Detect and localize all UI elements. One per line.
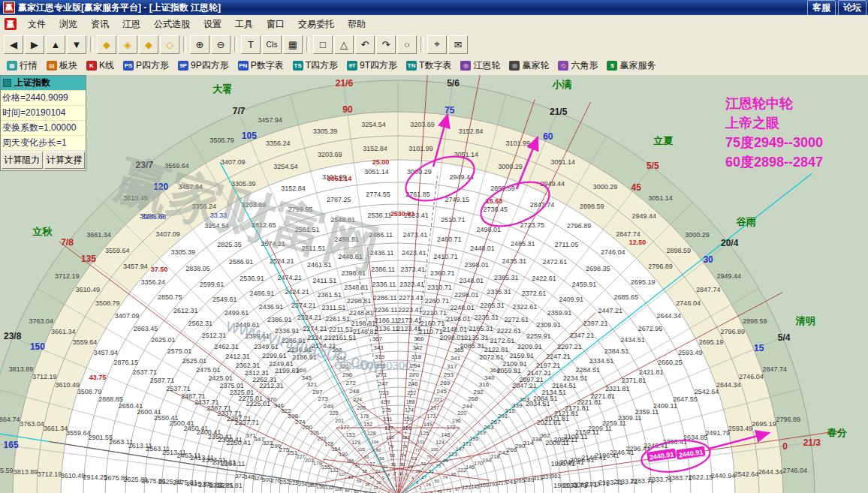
titlebar-button[interactable]: 客服 [807,0,836,16]
calc-button[interactable]: 计算支撑 [44,152,86,169]
svg-text:3051.14: 3051.14 [327,175,352,182]
chart-type-button[interactable]: ◎ 江恩轮 [457,58,504,74]
toolbar-button[interactable]: ◀ [4,35,23,54]
svg-text:97: 97 [455,487,460,491]
svg-text:276: 276 [271,477,282,484]
svg-text:34: 34 [369,475,375,479]
svg-text:2622.15: 2622.15 [689,473,713,481]
svg-text:132: 132 [325,485,334,490]
svg-text:2587.71: 2587.71 [150,377,175,384]
toolbar-button[interactable]: □ [313,35,333,54]
chart-type-button[interactable]: TS T四方形 [289,58,342,74]
chart-type-icon: PN [238,61,249,71]
chart-type-button[interactable]: 9P 9P四方形 [174,58,233,74]
chart-type-button[interactable]: ◇ 六角形 [554,58,601,74]
toolbar-button[interactable]: ◇ [160,35,179,54]
chart-type-button[interactable]: ▤ 板块 [43,58,81,74]
toolbar-button[interactable]: ↶ [355,35,375,54]
svg-text:361: 361 [551,473,562,479]
chart-type-button[interactable]: 9T 9T四方形 [343,58,401,74]
menu-item[interactable]: 交易委托 [291,16,341,33]
toolbar-button[interactable]: ▼ [67,35,86,54]
toolbar-button[interactable]: ▲ [46,35,65,54]
titlebar-button[interactable]: 论坛 [838,0,866,16]
tool-bar: ◀▶▲▼◆◈◆◇⊕⊖TCIs▦□△↶↷○⌖✉ [0,33,868,56]
svg-text:3407.09: 3407.09 [155,230,180,238]
toolbar-button[interactable]: ◆ [139,35,158,54]
svg-text:146: 146 [466,464,475,470]
toolbar-button[interactable]: △ [334,35,354,54]
toolbar-button[interactable]: ○ [397,35,417,54]
svg-text:2586.91: 2586.91 [229,258,254,266]
svg-text:2185.31: 2185.31 [469,325,493,332]
gann-wheel-area[interactable]: 2644.342695.192746.042796.892847.742898.… [0,75,868,493]
svg-text:3407.09: 3407.09 [115,312,140,320]
panel-rows: 价格=2440.9099时间=20190104变换系数=1.00000周天变化步… [1,90,86,150]
panel-buttons: 计算阻力计算支撑 [1,150,86,170]
svg-text:3915.59: 3915.59 [0,467,13,474]
svg-text:367: 367 [372,335,383,342]
svg-text:74: 74 [442,475,448,479]
svg-text:2774.55: 2774.55 [366,191,390,198]
brand-logo-icon: 赢 [5,18,17,30]
svg-text:2299.61: 2299.61 [262,352,287,359]
menu-item[interactable]: 浏览 [53,16,84,33]
svg-text:196: 196 [452,418,461,423]
menu-item[interactable]: 江恩 [116,16,147,33]
toolbar-button[interactable]: T [241,35,261,54]
chart-type-button[interactable]: ▦ 行情 [3,58,41,74]
svg-text:217: 217 [498,480,507,485]
toolbar-button[interactable]: CIs [262,35,282,54]
toolbar-button[interactable]: ⌖ [427,35,447,54]
svg-text:2286.11: 2286.11 [373,294,397,302]
toolbar-button[interactable]: ↷ [376,35,396,54]
svg-text:175: 175 [382,407,391,413]
svg-text:324: 324 [253,475,264,482]
menu-item[interactable]: 公式选股 [147,16,197,33]
svg-text:60度2898--2847: 60度2898--2847 [725,155,823,170]
svg-text:2309.91: 2309.91 [536,321,561,329]
svg-text:2637.71: 2637.71 [133,368,158,376]
toolbar-button[interactable]: ⊕ [190,35,209,54]
chart-type-button[interactable]: PS P四方形 [119,58,173,74]
svg-text:73: 73 [446,488,451,493]
svg-text:366: 366 [414,335,424,342]
svg-text:2409.91: 2409.91 [559,296,583,303]
toolbar-button[interactable]: ✉ [448,35,468,54]
menu-item[interactable]: 工具 [228,16,260,33]
svg-text:3407.09: 3407.09 [221,158,246,166]
chart-type-button[interactable]: TN T数字表 [402,58,455,74]
chart-type-button[interactable]: PN P数字表 [234,58,288,74]
svg-text:30: 30 [399,462,405,467]
toolbar-button[interactable]: ⊖ [211,35,231,54]
calc-button[interactable]: 计算阻力 [2,152,43,169]
chart-type-button[interactable]: $ 赢家服务 [603,58,659,74]
svg-text:105: 105 [357,447,366,452]
svg-text:79: 79 [389,444,394,449]
svg-text:2746.04: 2746.04 [601,248,625,256]
chart-type-button[interactable]: ◎ 赢家轮 [505,58,553,74]
svg-text:194: 194 [482,458,491,463]
toolbar-button[interactable]: ▦ [283,35,303,54]
toolbar-button[interactable]: ◈ [118,35,137,54]
toolbar-button[interactable]: ◆ [97,35,116,54]
toolbar-button[interactable]: ▶ [25,35,44,54]
svg-text:小满: 小满 [552,79,572,90]
menu-item[interactable]: 文件 [21,16,53,33]
gann-wheel-chart[interactable]: 2644.342695.192746.042796.892847.742898.… [0,75,868,493]
svg-text:春分: 春分 [827,427,848,438]
menu-item[interactable]: 帮助 [341,16,372,33]
svg-text:103: 103 [387,435,395,440]
svg-text:2898.59: 2898.59 [580,203,604,210]
svg-text:170: 170 [474,461,483,466]
menu-item[interactable]: 窗口 [260,16,291,33]
svg-text:153: 153 [346,432,355,437]
chart-type-button[interactable]: K K线 [83,58,118,74]
svg-text:3152.84: 3152.84 [281,185,306,192]
svg-text:2324.21: 2324.21 [297,314,322,321]
svg-text:268: 268 [468,395,478,402]
svg-text:179: 179 [313,461,322,466]
svg-text:1983.71: 1983.71 [553,482,578,489]
menu-item[interactable]: 设置 [197,16,228,33]
menu-item[interactable]: 资讯 [84,16,116,33]
